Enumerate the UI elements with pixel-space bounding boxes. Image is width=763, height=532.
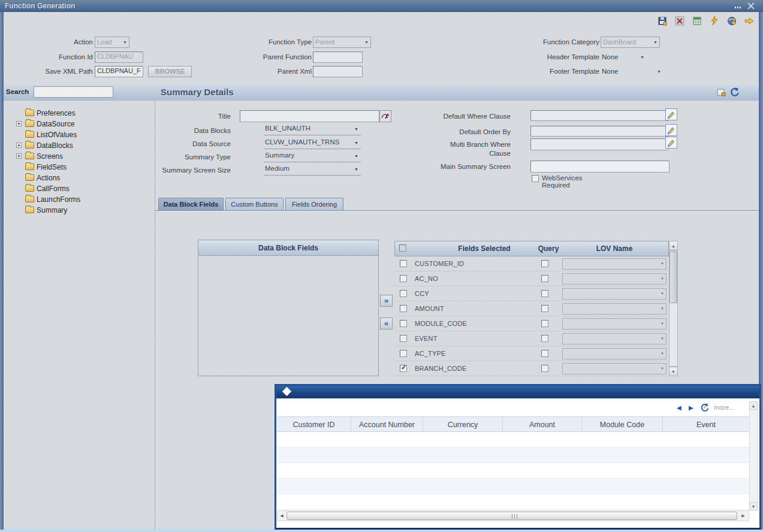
table-row[interactable]: MODULE_CODE▼ xyxy=(394,316,669,331)
query-checkbox[interactable] xyxy=(541,275,548,282)
action-select[interactable]: Load▼ xyxy=(95,37,129,48)
table-row[interactable]: AC_TYPE▼ xyxy=(394,346,669,361)
save-icon[interactable] xyxy=(658,16,667,26)
row-checkbox[interactable] xyxy=(400,320,407,327)
expand-plus-icon[interactable] xyxy=(16,121,22,126)
table-row[interactable] xyxy=(277,479,749,494)
default-order-by-field[interactable] xyxy=(530,126,668,137)
table-row[interactable]: CUSTOMER_ID▼ xyxy=(394,256,669,271)
table-row[interactable]: CCY▼ xyxy=(394,286,669,301)
refresh-icon[interactable] xyxy=(699,403,710,413)
lov-name-select[interactable]: ▼ xyxy=(562,273,667,285)
sidebar-item-screens[interactable]: Screens xyxy=(4,152,153,161)
delete-icon[interactable] xyxy=(675,16,684,26)
expand-plus-icon[interactable] xyxy=(16,143,22,148)
save-xml-path-field[interactable]: CLDBPNAU_F xyxy=(95,66,143,77)
browse-button[interactable]: BROWSE xyxy=(148,66,192,77)
parent-xml-field[interactable] xyxy=(313,66,363,77)
data-source-select[interactable]: CLVW_UNAUTH_TRNS▼ xyxy=(264,137,361,149)
tab-custom-buttons[interactable]: Custom Buttons xyxy=(225,198,284,210)
generate-icon[interactable] xyxy=(727,16,737,26)
row-checkbox[interactable] xyxy=(400,290,407,297)
lov-name-select[interactable]: ▼ xyxy=(562,288,667,300)
lov-name-select[interactable]: ▼ xyxy=(562,303,667,315)
sidebar-item-launchforms[interactable]: LaunchForms xyxy=(4,195,153,204)
expand-plus-icon[interactable] xyxy=(16,153,22,159)
row-checkbox[interactable] xyxy=(400,350,407,357)
query-checkbox[interactable] xyxy=(541,320,548,327)
scroll-right-icon[interactable]: ▶ xyxy=(739,512,747,520)
lov-name-select[interactable]: ▼ xyxy=(562,333,667,344)
sidebar-item-listofvalues[interactable]: ListOfValues xyxy=(4,130,153,140)
more-link[interactable]: more... xyxy=(714,404,734,411)
sidebar-item-datablocks[interactable]: DataBlocks xyxy=(4,141,153,150)
multi-branch-where-field[interactable] xyxy=(530,138,668,150)
table-row[interactable]: EVENT▼ xyxy=(394,331,669,346)
row-checkbox[interactable] xyxy=(400,305,407,312)
scroll-left-icon[interactable]: ◀ xyxy=(278,512,286,520)
summary-type-select[interactable]: Summary▼ xyxy=(264,150,361,162)
editor-pencil-icon[interactable] xyxy=(665,124,677,136)
header-template-select[interactable]: None▼ xyxy=(601,52,646,64)
row-checkbox[interactable] xyxy=(400,275,407,282)
sidebar-item-summary[interactable]: Summary xyxy=(4,205,153,215)
lov-name-select[interactable]: ▼ xyxy=(562,318,667,330)
tab-fields-ordering[interactable]: Fields Ordering xyxy=(285,198,343,210)
editor-pencil-icon[interactable] xyxy=(665,137,677,149)
webservices-checkbox[interactable] xyxy=(532,175,539,182)
query-checkbox[interactable] xyxy=(541,305,548,312)
next-arrow-icon[interactable] xyxy=(744,17,754,25)
footer-template-select[interactable]: None▼ xyxy=(601,66,663,78)
function-id-field[interactable]: CLDBPNAU xyxy=(95,52,143,63)
parent-function-field[interactable] xyxy=(313,52,363,63)
sidebar-item-datasource[interactable]: DataSource xyxy=(4,119,153,129)
title-field[interactable] xyxy=(240,110,379,122)
table-row[interactable] xyxy=(277,463,749,479)
scroll-up-icon[interactable]: ▲ xyxy=(669,241,678,250)
table-row[interactable] xyxy=(277,448,749,463)
lightning-icon[interactable] xyxy=(710,16,719,26)
editor-pencil-icon[interactable] xyxy=(665,108,677,120)
lov-name-select[interactable]: ▼ xyxy=(562,363,667,374)
minimize-icon[interactable] xyxy=(735,7,742,8)
query-checkbox[interactable] xyxy=(541,290,548,297)
scroll-down-icon[interactable]: ▼ xyxy=(669,367,678,376)
table-row[interactable] xyxy=(277,494,749,510)
preview-vscroll-track[interactable] xyxy=(749,401,758,510)
refresh-icon[interactable] xyxy=(729,87,740,98)
sidebar-item-fieldsets[interactable]: FieldSets xyxy=(4,162,153,172)
prev-page-icon[interactable]: ◀ xyxy=(677,404,681,411)
move-right-button[interactable]: » xyxy=(380,295,393,307)
table-row[interactable] xyxy=(277,432,749,448)
default-where-field[interactable] xyxy=(530,110,668,121)
select-all-checkbox[interactable] xyxy=(399,244,406,252)
next-page-icon[interactable]: ▶ xyxy=(689,404,693,411)
lov-name-select[interactable]: ▼ xyxy=(562,348,667,359)
function-type-select[interactable]: Parent▼ xyxy=(313,37,371,48)
data-block-fields-list[interactable] xyxy=(198,256,379,376)
row-checkbox[interactable] xyxy=(400,260,407,267)
customize-icon[interactable] xyxy=(717,88,726,97)
table-row[interactable]: BRANCH_CODE▼ xyxy=(394,361,669,376)
fields-table-scroll-thumb[interactable] xyxy=(669,252,677,303)
query-checkbox[interactable] xyxy=(541,335,548,342)
table-row[interactable]: AMOUNT▼ xyxy=(394,301,669,316)
move-left-button[interactable]: « xyxy=(380,318,393,330)
query-checkbox[interactable] xyxy=(541,260,548,267)
close-icon[interactable] xyxy=(747,2,755,10)
language-icon[interactable] xyxy=(379,110,391,122)
main-summary-screen-field[interactable] xyxy=(530,161,669,173)
search-input[interactable] xyxy=(34,86,113,98)
query-checkbox[interactable] xyxy=(541,365,548,372)
summary-screen-size-select[interactable]: Medium▼ xyxy=(264,164,361,176)
table-row[interactable]: AC_NO▼ xyxy=(394,271,669,286)
function-category-select[interactable]: DashBoard▼ xyxy=(601,37,660,48)
preview-hscroll-thumb[interactable] xyxy=(286,512,737,520)
grid-icon[interactable] xyxy=(692,16,702,26)
tab-data-block-fields[interactable]: Data Block Fields xyxy=(158,198,224,210)
sidebar-item-actions[interactable]: Actions xyxy=(4,173,153,183)
lov-name-select[interactable]: ▼ xyxy=(562,258,667,270)
row-checkbox[interactable] xyxy=(400,335,407,342)
data-blocks-select[interactable]: BLK_UNAUTH▼ xyxy=(264,123,361,135)
sidebar-item-callforms[interactable]: CallForms xyxy=(4,184,153,194)
